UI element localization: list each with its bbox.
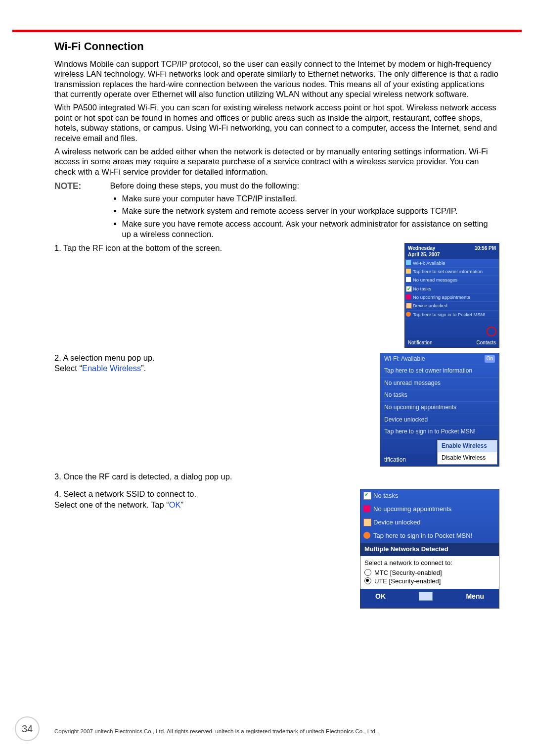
dev2-row-tasks: No tasks — [380, 389, 499, 402]
dev1-header: Wednesday April 25, 2007 10:56 PM — [405, 243, 499, 259]
note-body: Before doing these steps, you must do th… — [110, 181, 491, 242]
enable-wireless-link: Enable Wireless — [82, 364, 141, 373]
dev1-day: Wednesday — [408, 245, 435, 251]
dev2-row-appts: No upcoming appointments — [380, 402, 499, 414]
dev3-row-appts: No upcoming appointments — [360, 503, 499, 516]
note-intro: Before doing these steps, you must do th… — [110, 181, 299, 190]
step-4a: 4. Select a network SSID to connect to. — [54, 489, 196, 498]
step-4b-pre: Select one of the network. Tap “ — [54, 500, 169, 509]
copyright-footer: Copyright 2007 unitech Electronics Co., … — [54, 728, 504, 735]
dev1-row-tasks: No tasks — [405, 285, 499, 293]
dev2-row-unlocked: Device unlocked — [380, 414, 499, 426]
dev1-date: April 25, 2007 — [408, 252, 440, 257]
dev3-dialog-body: Select a network to connect to: MTC [Sec… — [360, 556, 499, 589]
top-accent-bar — [12, 30, 522, 32]
dev1-softkey-right: Contacts — [477, 339, 496, 346]
network-option-ute[interactable]: UTE [Security-enabled] — [374, 577, 441, 585]
wireless-context-menu: Enable Wireless Disable Wireless — [437, 440, 497, 464]
step-2-block: 2. A selection menu pop up. Select “Enab… — [54, 353, 499, 467]
step-3-text: 3. Once the RF card is detected, a dialo… — [54, 472, 499, 482]
section-heading: Wi-Fi Connection — [54, 40, 499, 54]
dev3-footer: OK Menu — [360, 589, 499, 604]
ok-button[interactable]: OK — [375, 592, 386, 601]
menu-item-enable-wireless[interactable]: Enable Wireless — [438, 440, 497, 452]
dev3-dialog-title: Multiple Networks Detected — [360, 543, 499, 556]
dev1-softkey-left: Notification — [408, 339, 432, 346]
step-4b-post: ” — [181, 500, 184, 509]
dev1-footer: Notification Contacts — [405, 338, 499, 347]
dev1-row-appts: No upcoming appointments — [405, 293, 499, 302]
dev1-row-msn: Tap here to sign in to Pocket MSN! — [405, 311, 499, 319]
dev2-softkey-left: tification — [380, 454, 438, 466]
step-1-block: 1. Tap the RF icon at the bottom of the … — [54, 243, 499, 348]
step-2b-post: ”. — [141, 364, 146, 373]
note-bullet-2: Make sure the network system and remote … — [122, 206, 491, 216]
keyboard-icon[interactable] — [419, 592, 433, 601]
msn-icon — [363, 532, 370, 539]
dev3-row-msn: Tap here to sign in to Pocket MSN! — [360, 529, 499, 543]
note-block: NOTE: Before doing these steps, you must… — [54, 181, 499, 242]
ok-link: OK — [169, 500, 181, 509]
dev2-row-msgs: No unread messages — [380, 378, 499, 390]
dev1-time: 10:56 PM — [475, 245, 496, 258]
menu-button[interactable]: Menu — [466, 592, 484, 601]
key-icon — [363, 519, 371, 526]
note-bullet-list: Make sure your computer have TCP/IP inst… — [110, 193, 491, 240]
dev2-row-owner: Tap here to set owner information — [380, 365, 499, 378]
dev1-row-owner: Tap here to set owner information — [405, 268, 499, 276]
note-bullet-1: Make sure your computer have TCP/IP inst… — [122, 193, 491, 204]
step-4-block: 4. Select a network SSID to connect to. … — [54, 489, 499, 609]
step-1-text: 1. Tap the RF icon at the bottom of the … — [54, 243, 404, 253]
paragraph-3: A wireless network can be added either w… — [54, 146, 499, 177]
dev2-row-msn: Tap here to sign in to Pocket MSN! — [380, 426, 499, 438]
dev2-wifi-badge: On — [485, 355, 495, 363]
device-screenshot-2: Wi-Fi: Available On Tap here to set owne… — [380, 353, 499, 467]
step-2b-pre: Select “ — [54, 364, 82, 373]
page-number: 34 — [15, 716, 40, 741]
dev1-row-wifi: Wi-Fi: Available — [405, 259, 499, 268]
step-2-text: 2. A selection menu pop up. Select “Enab… — [54, 353, 380, 374]
device-screenshot-1: Wednesday April 25, 2007 10:56 PM Wi-Fi:… — [404, 243, 499, 348]
paragraph-2: With PA500 integrated Wi-Fi, you can sca… — [54, 102, 499, 143]
step-2a: 2. A selection menu pop up. — [54, 353, 155, 362]
step-4-text: 4. Select a network SSID to connect to. … — [54, 489, 360, 510]
dev3-dialog-prompt: Select a network to connect to: — [364, 559, 495, 567]
radio-ute[interactable] — [364, 577, 371, 584]
device-screenshot-3: No tasks No upcoming appointments Device… — [360, 489, 499, 609]
paragraph-1: Windows Mobile can support TCP/IP protoc… — [54, 59, 499, 100]
dev1-row-msgs: No unread messages — [405, 276, 499, 284]
rf-icon-highlight — [487, 327, 496, 336]
radio-mtc[interactable] — [364, 569, 371, 576]
dev2-row-wifi: Wi-Fi: Available On — [380, 353, 499, 366]
check-icon — [363, 492, 371, 500]
menu-item-disable-wireless[interactable]: Disable Wireless — [438, 452, 497, 464]
dev2-wifi-label: Wi-Fi: Available — [384, 355, 425, 363]
calendar-icon — [363, 505, 370, 512]
note-label: NOTE: — [54, 181, 108, 192]
page-content: Wi-Fi Connection Windows Mobile can supp… — [54, 40, 499, 614]
dev3-row-tasks: No tasks — [360, 489, 499, 503]
dev1-row-unlocked: Device unlocked — [405, 302, 499, 310]
dev3-row-unlocked: Device unlocked — [360, 516, 499, 529]
network-option-mtc[interactable]: MTC [Security-enabled] — [374, 569, 442, 576]
note-bullet-3: Make sure you have remote access account… — [122, 219, 491, 240]
